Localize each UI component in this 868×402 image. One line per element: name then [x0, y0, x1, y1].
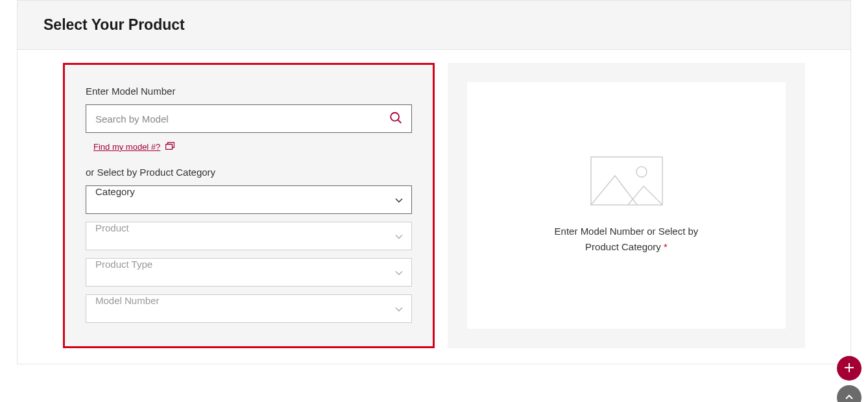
search-field-wrap	[86, 104, 412, 133]
search-button[interactable]	[385, 107, 407, 131]
product-selector-container: Select Your Product Enter Model Number F…	[17, 0, 851, 364]
find-model-row: Find my model #?	[86, 141, 412, 152]
required-asterisk: *	[664, 241, 668, 252]
category-label: or Select by Product Category	[86, 167, 412, 178]
preview-instruction: Enter Model Number or Select by Product …	[555, 224, 699, 255]
input-panel: Enter Model Number Find my model #?	[63, 63, 435, 348]
section-header: Select Your Product	[18, 1, 850, 50]
svg-rect-3	[166, 145, 173, 150]
product-select[interactable]: Product	[86, 222, 412, 250]
model-number-label: Enter Model Number	[86, 86, 412, 97]
find-model-link[interactable]: Find my model #?	[93, 142, 160, 152]
svg-rect-4	[591, 157, 662, 205]
svg-point-0	[391, 113, 399, 121]
category-select[interactable]: Category	[86, 185, 412, 214]
plus-icon	[843, 362, 855, 375]
model-search-input[interactable]	[86, 104, 412, 133]
search-icon	[389, 111, 403, 127]
model-number-select[interactable]: Model Number	[86, 294, 412, 323]
preview-text-line1: Enter Model Number or Select by	[555, 226, 699, 237]
preview-inner: Enter Model Number or Select by Product …	[467, 82, 786, 329]
add-fab-button[interactable]	[837, 356, 862, 381]
svg-line-1	[398, 120, 401, 123]
preview-panel: Enter Model Number or Select by Product …	[448, 63, 805, 348]
content-area: Enter Model Number Find my model #?	[18, 50, 850, 364]
model-number-select-wrap: Model Number	[86, 294, 412, 323]
product-type-select-wrap: Product Type	[86, 258, 412, 287]
product-type-select[interactable]: Product Type	[86, 258, 412, 287]
product-select-wrap: Product	[86, 222, 412, 250]
preview-text-line2: Product Category	[585, 241, 661, 252]
svg-point-5	[636, 167, 647, 177]
image-placeholder-icon	[590, 156, 663, 208]
scroll-top-button[interactable]	[837, 385, 862, 402]
popup-icon	[165, 141, 175, 152]
section-title: Select Your Product	[43, 16, 825, 34]
category-select-wrap: Category	[86, 185, 412, 214]
chevron-up-icon	[845, 393, 854, 403]
